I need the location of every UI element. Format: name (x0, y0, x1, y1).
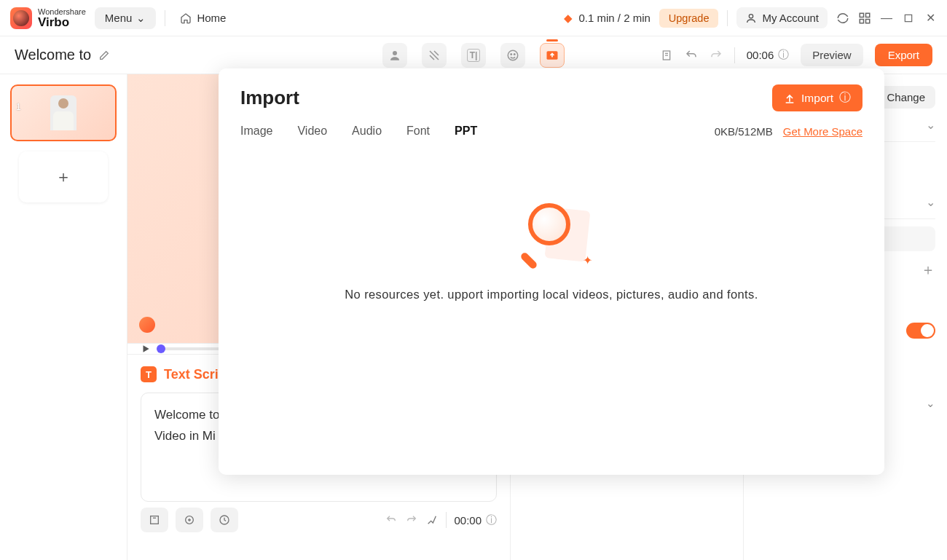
timecode: 00:06 ⓘ (747, 48, 790, 62)
script-tools: 00:00 ⓘ (141, 508, 497, 532)
script-undo-button[interactable] (385, 513, 398, 527)
divider (734, 47, 735, 63)
chevron-down-icon: ⌄ (926, 195, 935, 209)
sticker-tool[interactable] (500, 43, 525, 68)
scrubber-thumb[interactable] (157, 344, 165, 353)
text-script-badge: T (141, 366, 157, 382)
redo-button[interactable] (710, 49, 723, 62)
svg-rect-3 (860, 19, 863, 23)
maximize-button[interactable] (902, 12, 915, 25)
home-icon (180, 12, 192, 24)
undo-button[interactable] (685, 49, 698, 62)
brand-line2: Virbo (38, 16, 86, 28)
upload-icon (784, 92, 795, 104)
home-button[interactable]: Home (174, 9, 232, 27)
notes-icon[interactable] (660, 49, 673, 62)
storage-info: 0KB/512MB Get More Space (715, 125, 862, 138)
title-bar: Wondershare Virbo Menu ⌄ Home ◆ 0.1 min … (0, 0, 947, 36)
add-slide-button[interactable]: ＋ (19, 151, 108, 202)
document-title: Welcome to (15, 47, 110, 63)
chevron-down-icon: ⌄ (926, 118, 935, 132)
script-duration-value: 00:00 (454, 514, 482, 527)
export-button[interactable]: Export (875, 44, 932, 66)
slide-thumb-1[interactable]: 1 (10, 84, 117, 141)
tab-ppt[interactable]: PPT (455, 125, 477, 138)
insert-pause-button[interactable] (141, 508, 168, 532)
import-button-label: Import (801, 92, 833, 105)
apps-icon[interactable] (858, 12, 871, 25)
chevron-down-icon: ⌄ (926, 397, 935, 410)
text-tool[interactable]: T| (461, 43, 486, 68)
background-tool[interactable] (422, 43, 447, 68)
home-label: Home (197, 12, 226, 24)
tab-font[interactable]: Font (406, 125, 430, 138)
user-icon (745, 12, 757, 24)
magnifier-icon: ✦ (515, 203, 588, 269)
svg-rect-1 (860, 13, 863, 17)
timecode-value: 00:06 (747, 49, 774, 61)
tab-image[interactable]: Image (240, 125, 272, 138)
right-tools: 00:06 ⓘ Preview Export (660, 44, 932, 66)
script-duration: 00:00 ⓘ (454, 513, 497, 527)
get-more-space-link[interactable]: Get More Space (783, 125, 862, 138)
svg-rect-13 (151, 516, 159, 524)
script-header-label: Text Scri (164, 367, 219, 382)
canvas-avatar-badge (139, 317, 155, 333)
center-tools: T| (382, 43, 565, 68)
divider (165, 10, 165, 26)
tab-video[interactable]: Video (297, 125, 327, 138)
app-logo: Wondershare Virbo (10, 7, 86, 29)
menu-button[interactable]: Menu ⌄ (95, 7, 157, 29)
svg-rect-5 (905, 15, 911, 21)
help-icon[interactable]: ⓘ (486, 513, 497, 527)
document-title-text: Welcome to (15, 47, 91, 63)
refresh-icon[interactable] (836, 12, 849, 25)
minimize-button[interactable]: — (880, 12, 893, 25)
import-modal: Import Import ⓘ Image Video Audio Font P… (219, 68, 884, 475)
close-button[interactable]: ✕ (924, 12, 937, 25)
svg-point-8 (511, 53, 512, 55)
ai-optimize-button[interactable] (176, 508, 203, 532)
preview-button[interactable]: Preview (801, 44, 862, 66)
logo-icon (10, 7, 32, 29)
modal-title: Import (240, 87, 299, 109)
usage-time-value: 0.1 min / 2 min (578, 12, 650, 24)
clear-button[interactable] (425, 513, 439, 527)
svg-point-7 (508, 50, 518, 60)
upgrade-button[interactable]: Upgrade (659, 9, 719, 28)
import-tabs: Image Video Audio Font PPT 0KB/512MB Get… (240, 125, 862, 138)
script-redo-button[interactable] (405, 513, 418, 527)
slide-rail: 1 ＋ (0, 74, 127, 560)
chevron-down-icon: ⌄ (136, 12, 146, 25)
svg-rect-2 (866, 13, 870, 17)
svg-rect-4 (866, 19, 870, 23)
account-label: My Account (762, 12, 819, 24)
help-icon: ⓘ (839, 90, 851, 106)
change-button[interactable]: Change (876, 86, 935, 109)
avatar-thumbnail (50, 95, 76, 130)
import-tool[interactable] (540, 43, 565, 68)
brand-line1: Wondershare (38, 8, 86, 16)
diamond-icon: ◆ (564, 12, 573, 25)
import-button[interactable]: Import ⓘ (772, 84, 862, 111)
divider (446, 512, 447, 528)
toggle-switch[interactable] (906, 323, 935, 339)
usage-time: ◆ 0.1 min / 2 min (564, 12, 650, 25)
svg-point-0 (750, 14, 753, 17)
my-account-button[interactable]: My Account (736, 7, 828, 28)
play-button[interactable] (141, 344, 151, 354)
svg-point-6 (393, 51, 397, 55)
menu-label: Menu (105, 12, 133, 24)
help-icon[interactable]: ⓘ (778, 48, 789, 62)
modal-header: Import Import ⓘ (240, 84, 862, 111)
storage-quota: 0KB/512MB (715, 125, 773, 138)
slide-index: 1 (16, 102, 21, 112)
tab-audio[interactable]: Audio (352, 125, 382, 138)
history-button[interactable] (211, 508, 238, 532)
empty-message: No resources yet. upport importing local… (345, 288, 758, 301)
edit-title-button[interactable] (98, 50, 110, 61)
avatar-tool[interactable] (382, 43, 407, 68)
svg-point-9 (514, 53, 516, 55)
empty-state: ✦ No resources yet. upport importing loc… (240, 203, 862, 301)
divider (727, 10, 728, 26)
